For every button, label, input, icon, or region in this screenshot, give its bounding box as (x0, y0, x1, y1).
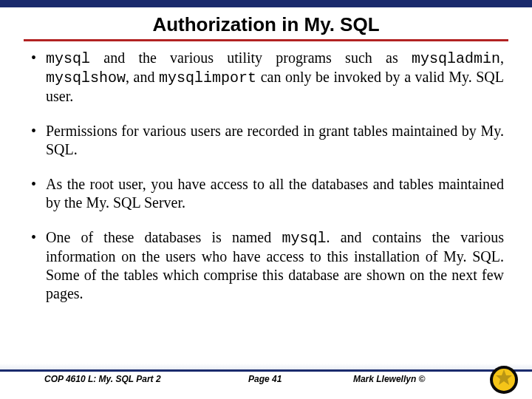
slide-title: Authorization in My. SQL (24, 13, 508, 39)
bullet-2: Permissions for various users are record… (28, 122, 504, 159)
code-text: mysqlshow (46, 69, 126, 86)
code-text: mysql (46, 50, 90, 67)
top-bar (0, 0, 532, 7)
footer-author: Mark Llewellyn © (320, 374, 488, 384)
bullet-4: One of these databases is named mysql. a… (28, 228, 504, 303)
footer-course: COP 4610 L: My. SQL Part 2 (44, 374, 210, 384)
code-text: mysqlimport (159, 69, 256, 86)
slide-footer: COP 4610 L: My. SQL Part 2 Page 41 Mark … (0, 364, 532, 399)
bullet-1: mysql and the various utility programs s… (28, 49, 504, 106)
body-text: , and (126, 69, 159, 85)
slide-body: Authorization in My. SQL mysql and the v… (0, 7, 532, 303)
code-text: mysqladmin (412, 50, 500, 67)
bullet-list: mysql and the various utility programs s… (24, 49, 508, 303)
footer-content: COP 4610 L: My. SQL Part 2 Page 41 Mark … (0, 374, 532, 384)
ucf-logo-icon (489, 365, 519, 395)
bullet-3: As the root user, you have access to all… (28, 175, 504, 212)
code-text: mysql (282, 230, 326, 247)
body-text: and the various utility programs such as (90, 50, 412, 66)
footer-divider (0, 369, 532, 372)
title-underline (24, 39, 508, 41)
body-text: One of these databases is named (46, 229, 282, 245)
footer-page: Page 41 (210, 374, 320, 384)
body-text: , (500, 50, 504, 66)
